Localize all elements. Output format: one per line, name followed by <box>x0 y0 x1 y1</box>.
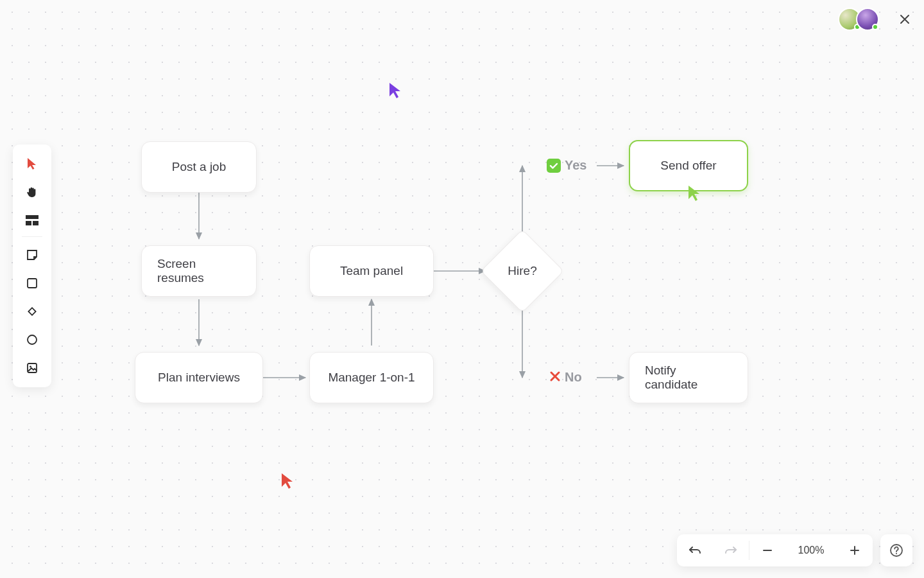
remote-cursor-purple <box>389 82 403 101</box>
node-hire-decision[interactable]: Hire? <box>493 241 552 301</box>
svg-point-19 <box>896 553 897 554</box>
svg-rect-10 <box>28 279 37 288</box>
node-label: Team panel <box>340 264 403 278</box>
pointer-tool[interactable] <box>18 151 46 177</box>
close-icon <box>900 14 910 24</box>
diamond-tool[interactable] <box>18 299 46 324</box>
node-label: Plan interviews <box>158 371 240 385</box>
node-screen-resumes[interactable]: Screen resumes <box>141 245 257 297</box>
node-manager-1on1[interactable]: Manager 1-on-1 <box>309 352 434 403</box>
topbar <box>838 8 912 31</box>
plus-icon <box>850 545 860 556</box>
rectangle-tool[interactable] <box>18 270 46 296</box>
minus-icon <box>762 545 773 556</box>
node-send-offer[interactable]: Send offer <box>629 140 748 191</box>
undo-icon <box>689 545 701 556</box>
node-label: Post a job <box>172 160 227 174</box>
close-button[interactable] <box>897 12 912 27</box>
svg-rect-11 <box>28 308 35 315</box>
image-tool[interactable] <box>18 355 46 381</box>
collaborator-avatars <box>838 8 879 31</box>
section-tool[interactable] <box>18 207 46 233</box>
node-post-a-job[interactable]: Post a job <box>141 141 257 193</box>
zoom-out-button[interactable] <box>749 534 785 566</box>
zoom-in-button[interactable] <box>837 534 873 566</box>
svg-point-12 <box>28 335 37 344</box>
node-notify-candidate[interactable]: Notify candidate <box>629 352 748 403</box>
redo-icon <box>724 545 737 556</box>
redo-button[interactable] <box>713 534 749 566</box>
zoom-controls: 100% <box>677 534 873 566</box>
presence-dot-icon <box>872 24 878 30</box>
node-label: Send offer <box>660 159 716 173</box>
node-label: Hire? <box>508 264 536 278</box>
avatar-collaborator-2[interactable] <box>856 8 879 31</box>
svg-rect-8 <box>26 221 31 225</box>
help-button[interactable] <box>880 534 912 566</box>
sticky-note-tool[interactable] <box>18 242 46 268</box>
zoom-level[interactable]: 100% <box>785 545 837 556</box>
decision-no-label: No <box>565 370 582 385</box>
check-icon <box>547 159 561 173</box>
remote-cursor-green <box>688 185 702 204</box>
decision-no: No <box>549 370 582 385</box>
svg-rect-7 <box>26 215 38 219</box>
node-plan-interviews[interactable]: Plan interviews <box>135 352 263 403</box>
cross-icon <box>549 371 561 384</box>
node-label: Screen resumes <box>157 257 241 285</box>
decision-yes-label: Yes <box>565 158 586 173</box>
decision-yes: Yes <box>547 158 586 173</box>
toolbar <box>13 144 51 387</box>
node-team-panel[interactable]: Team panel <box>309 245 434 297</box>
help-icon <box>889 543 903 557</box>
node-label: Manager 1-on-1 <box>328 371 415 385</box>
ellipse-tool[interactable] <box>18 327 46 353</box>
hand-tool[interactable] <box>18 179 46 205</box>
undo-button[interactable] <box>677 534 713 566</box>
footer: 100% <box>677 534 912 566</box>
svg-point-14 <box>30 366 31 368</box>
svg-rect-9 <box>33 221 38 225</box>
remote-cursor-red <box>281 473 295 492</box>
node-label: Notify candidate <box>645 363 732 392</box>
canvas[interactable] <box>0 0 924 578</box>
